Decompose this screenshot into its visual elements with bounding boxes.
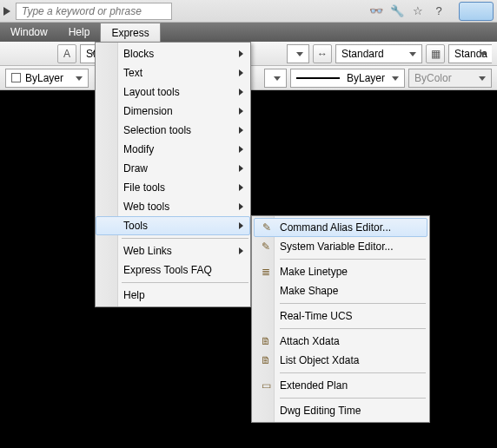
tools-item[interactable]: List Object Xdata🗎 [254, 351, 427, 370]
dim-dropdown-collapsed[interactable] [287, 44, 309, 63]
menu-item-icon: ✎ [259, 221, 275, 234]
play-icon [3, 7, 10, 16]
tools-item[interactable]: Dwg Editing Time [254, 401, 427, 420]
menu-item-label: Modify [123, 143, 154, 155]
line-sample-icon [296, 77, 340, 79]
linetype-dropdown-collapsed[interactable] [264, 69, 287, 88]
menu-item-label: Selection tools [123, 124, 191, 136]
title-search-bar: 👓 🔧 ☆ ? [0, 0, 497, 23]
menu-bar: Window Help Express [0, 23, 497, 42]
menu-item-label: Draw [123, 162, 148, 175]
star-icon[interactable]: ☆ [410, 3, 426, 19]
tools-item[interactable]: Attach Xdata🗎 [254, 332, 427, 351]
menu-window[interactable]: Window [0, 23, 58, 42]
menu-item-icon: 🗎 [258, 354, 274, 366]
menu-item-icon: ≣ [258, 266, 274, 278]
menu-item-label: Text [123, 67, 142, 79]
tools-item[interactable]: Make Shape [254, 281, 427, 300]
menu-item-label: Blocks [123, 48, 154, 60]
menu-item-label: List Object Xdata [280, 354, 359, 366]
tools-item[interactable]: Make Linetype≣ [254, 262, 427, 281]
express-item[interactable]: Dimension [96, 102, 250, 121]
menu-separator [280, 259, 426, 260]
express-item[interactable]: Layout tools [96, 82, 250, 102]
menu-item-label: Make Linetype [280, 266, 348, 278]
menu-item-label: Web tools [123, 201, 169, 213]
express-item[interactable]: Text [96, 63, 250, 82]
menu-separator [122, 238, 248, 239]
tools-item[interactable]: Extended Plan▭ [254, 376, 427, 395]
tablestyle-dropdown[interactable]: Standa [448, 44, 492, 63]
dimstyle-icon[interactable]: ↔ [313, 44, 332, 63]
express-menu-panel: BlocksTextLayout toolsDimensionSelection… [95, 42, 251, 307]
plotstyle-dropdown[interactable]: ByColor [408, 69, 492, 88]
menu-item-icon: ▭ [258, 379, 274, 392]
menu-item-label: Tools [123, 220, 148, 232]
submenu-arrow-icon [239, 203, 243, 210]
menu-item-label: Attach Xdata [280, 335, 340, 347]
express-item[interactable]: Selection tools [96, 121, 250, 140]
express-item[interactable]: Express Tools FAQ [96, 260, 250, 280]
submenu-arrow-icon [239, 247, 243, 254]
menu-item-label: Help [123, 289, 145, 301]
binoculars-icon[interactable]: 👓 [368, 3, 384, 19]
window-control-minimize[interactable] [459, 2, 494, 21]
submenu-arrow-icon [239, 165, 243, 172]
menu-help[interactable]: Help [58, 23, 101, 42]
express-item[interactable]: Blocks [96, 44, 250, 63]
menu-separator [280, 328, 426, 329]
menu-item-icon: 🗎 [258, 335, 274, 347]
menu-item-label: Real-Time UCS [280, 310, 353, 322]
submenu-arrow-icon [239, 222, 243, 229]
text-style-icon[interactable]: A [57, 44, 76, 63]
menu-item-label: Make Shape [280, 285, 338, 297]
menu-item-icon: ✎ [258, 240, 274, 253]
menu-item-label: Dwg Editing Time [280, 405, 361, 417]
express-item[interactable]: Web Links [96, 241, 250, 260]
submenu-arrow-icon [239, 108, 243, 115]
express-item[interactable]: Tools [96, 216, 250, 235]
menu-separator [122, 282, 248, 283]
menu-item-label: Layout tools [123, 86, 180, 98]
menu-item-label: Extended Plan [280, 379, 348, 392]
menu-item-label: System Variable Editor... [280, 240, 394, 253]
menu-item-label: Express Tools FAQ [123, 264, 212, 276]
tools-submenu-panel: Command Alias Editor...✎System Variable … [251, 215, 430, 423]
submenu-arrow-icon [239, 89, 243, 96]
dimstyle-dropdown[interactable]: Standard [335, 44, 422, 63]
menu-separator [280, 372, 426, 373]
submenu-arrow-icon [239, 50, 243, 57]
color-swatch-icon [11, 73, 21, 82]
submenu-arrow-icon [239, 69, 243, 76]
menu-express[interactable]: Express [100, 23, 160, 42]
lineweight-dropdown[interactable]: ByLayer [290, 69, 405, 88]
submenu-arrow-icon [239, 127, 243, 134]
menu-item-label: Dimension [123, 105, 173, 117]
wrench-icon[interactable]: 🔧 [389, 3, 405, 19]
express-item[interactable]: Web tools [96, 197, 250, 216]
tools-item[interactable]: Command Alias Editor...✎ [254, 218, 427, 237]
menu-item-label: Command Alias Editor... [280, 221, 391, 234]
express-item[interactable]: Modify [96, 140, 250, 159]
menu-item-label: File tools [123, 181, 165, 194]
submenu-arrow-icon [239, 146, 243, 153]
tools-item[interactable]: Real-Time UCS [254, 306, 427, 326]
express-item[interactable]: Help [96, 286, 250, 305]
help-icon[interactable]: ? [431, 3, 447, 19]
drawing-area[interactable]: BlocksTextLayout toolsDimensionSelection… [0, 90, 497, 448]
menu-separator [280, 398, 426, 399]
submenu-arrow-icon [239, 184, 243, 191]
table-style-icon[interactable]: ▦ [426, 44, 445, 63]
menu-item-label: Web Links [123, 245, 172, 257]
search-input[interactable] [16, 3, 172, 20]
express-item[interactable]: Draw [96, 159, 250, 178]
express-item[interactable]: File tools [96, 178, 250, 197]
tools-item[interactable]: System Variable Editor...✎ [254, 237, 427, 256]
layer-color-dropdown[interactable]: ByLayer [5, 69, 89, 88]
infocenter-tools: 👓 🔧 ☆ ? [368, 2, 494, 21]
menu-separator [280, 303, 426, 304]
